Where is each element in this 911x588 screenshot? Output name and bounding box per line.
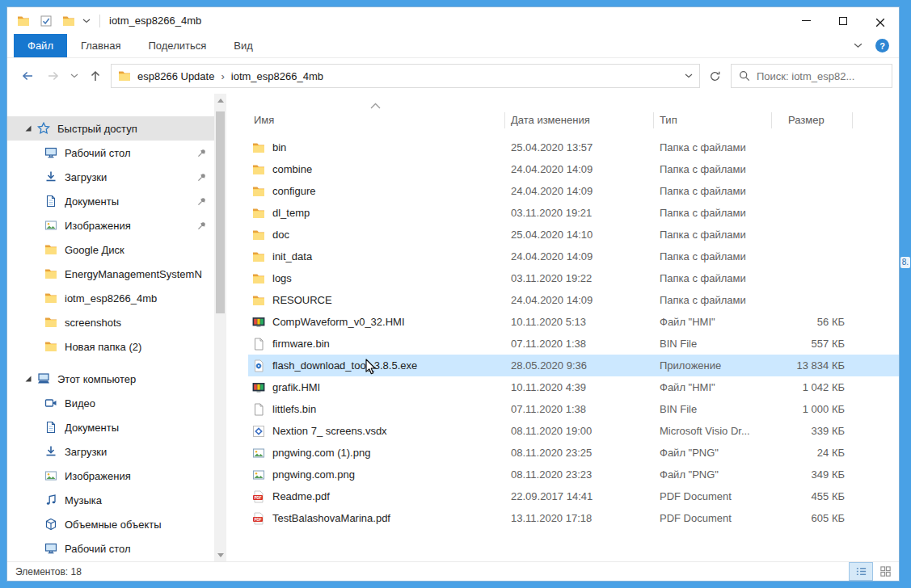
navigation-pane: Быстрый доступРабочий столЗагрузкиДокуме… (7, 94, 214, 561)
address-dropdown-icon[interactable] (685, 74, 693, 78)
sidebar-item[interactable]: Музыка (7, 488, 214, 512)
sidebar-item[interactable]: EnergyManagementSystemN (7, 262, 214, 286)
address-bar[interactable]: esp8266 Update›iotm_esp8266_4mb (111, 64, 700, 88)
file-name: Readme.pdf (272, 490, 330, 502)
file-row[interactable]: grafik.HMI10.11.2020 4:39Файл "HMI"1 042… (248, 376, 899, 398)
desktop-background: 8. iotm_esp8266_4mb ФайлГлавнаяПоделитьс… (0, 0, 911, 588)
expander-icon[interactable] (22, 122, 35, 135)
file-row[interactable]: doc25.04.2020 14:10Папка с файлами (248, 224, 899, 246)
scroll-up-icon[interactable] (214, 94, 226, 107)
file-name-cell: combine (248, 163, 505, 176)
gear-icon (252, 359, 265, 372)
file-row[interactable]: littlefs.bin07.11.2020 1:38BIN File1 000… (248, 398, 899, 420)
sidebar-item[interactable]: Изображения (7, 464, 214, 488)
file-row[interactable]: bin25.04.2020 13:57Папка с файлами (248, 136, 899, 158)
back-button[interactable] (15, 64, 40, 88)
sidebar-item-label: Загрузки (65, 446, 214, 458)
close-button[interactable] (862, 7, 899, 34)
file-name: RESOURCE (272, 294, 332, 306)
file-row[interactable]: logs03.11.2020 19:22Папка с файлами (248, 267, 899, 289)
breadcrumb-separator-icon[interactable]: › (214, 70, 230, 82)
scroll-down-icon[interactable] (214, 548, 226, 561)
file-row[interactable]: configure24.04.2020 14:09Папка с файлами (248, 180, 899, 202)
qat-dropdown-icon[interactable] (82, 19, 91, 23)
column-header-label: Размер (788, 114, 825, 126)
column-header-size[interactable]: Размер (772, 112, 853, 128)
sidebar-item[interactable]: Google Диск (7, 237, 214, 262)
sidebar-item-label: Быстрый доступ (57, 123, 214, 135)
sidebar-item[interactable]: Документы (7, 189, 214, 213)
file-row[interactable]: PDFReadme.pdf22.09.2017 14:41PDF Documen… (248, 485, 899, 507)
file-row[interactable]: firmware.bin07.11.2020 1:38BIN File557 К… (248, 333, 899, 355)
hmi-icon (252, 381, 265, 394)
file-size: 1 000 КБ (772, 403, 853, 415)
file-row[interactable]: init_data24.04.2020 14:09Папка с файлами (248, 246, 899, 267)
file-row[interactable]: PDFTestBalashovaMarina.pdf13.11.2020 17:… (248, 507, 899, 529)
sidebar-item[interactable]: Видео (7, 391, 214, 415)
file-row[interactable]: Nextion 7_ screens.vsdx08.11.2020 19:00M… (248, 420, 899, 442)
file-row[interactable]: CompWaveform_v0_32.HMI10.11.2020 5:13Фай… (248, 311, 899, 333)
sidebar-item[interactable]: Изображения (7, 213, 214, 237)
file-row[interactable]: dl_temp03.11.2020 19:21Папка с файлами (248, 202, 899, 224)
file-row[interactable]: RESOURCE24.04.2020 14:09Папка с файлами (248, 289, 899, 311)
file-type: Файл "PNG" (654, 447, 772, 459)
file-row[interactable]: combine24.04.2020 14:09Папка с файлами (248, 158, 899, 180)
column-header-type[interactable]: Тип (654, 112, 772, 128)
sidebar-item[interactable]: Загрузки (7, 439, 214, 464)
pdf-icon: PDF (252, 490, 265, 503)
sidebar-item-label: Музыка (65, 494, 214, 506)
ribbon-tab[interactable]: Главная (67, 34, 134, 57)
help-icon[interactable]: ? (875, 39, 889, 52)
sidebar-item[interactable]: Рабочий стол (7, 536, 214, 561)
search-input[interactable] (757, 70, 884, 82)
sidebar-item-label: Изображения (65, 470, 214, 482)
desktop-icon (44, 146, 57, 159)
file-type: Папка с файлами (654, 163, 772, 175)
sidebar-item[interactable]: Загрузки (7, 165, 214, 189)
breadcrumb: esp8266 Update›iotm_esp8266_4mb (137, 70, 323, 82)
history-dropdown-icon[interactable] (67, 64, 82, 88)
properties-check-icon[interactable] (40, 15, 53, 27)
sidebar-item[interactable]: Рабочий стол (7, 141, 214, 165)
folder-icon[interactable] (17, 15, 30, 27)
file-row[interactable]: pngwing.com.png08.11.2020 23:23Файл "PNG… (248, 464, 899, 485)
sidebar-item[interactable]: iotm_esp8266_4mb (7, 286, 214, 310)
refresh-button[interactable] (703, 65, 726, 87)
desktop-item-label: 8. (900, 257, 910, 268)
maximize-button[interactable] (825, 7, 862, 34)
minimize-icon (802, 20, 811, 21)
sidebar-scrollbar[interactable] (214, 94, 226, 561)
window-title: iotm_esp8266_4mb (109, 15, 201, 27)
ribbon-tab[interactable]: Поделиться (134, 34, 220, 57)
details-view-button[interactable] (849, 562, 873, 581)
sidebar-item-label: Документы (65, 195, 196, 208)
sidebar-item[interactable]: Новая папка (2) (7, 334, 214, 359)
ribbon-tab[interactable]: Вид (220, 34, 267, 57)
breadcrumb-segment[interactable]: iotm_esp8266_4mb (231, 70, 323, 82)
column-header-name[interactable]: Имя (248, 112, 505, 128)
sidebar-item[interactable]: Документы (7, 415, 214, 439)
file-name-cell: doc (248, 229, 505, 242)
file-row[interactable]: pngwing.com (1).png08.11.2020 23:25Файл … (248, 442, 899, 464)
icons-view-button[interactable] (873, 562, 897, 581)
scrollbar-thumb[interactable] (216, 111, 225, 313)
minimize-button[interactable] (787, 7, 825, 34)
forward-button[interactable] (41, 64, 65, 88)
file-date: 10.11.2020 4:39 (505, 381, 654, 393)
sidebar-item[interactable]: Объемные объекты (7, 512, 214, 536)
sidebar-item[interactable]: Быстрый доступ (7, 116, 214, 141)
file-row[interactable]: flash_download_tool_3.8.5.exe28.05.2020 … (248, 355, 899, 376)
sidebar-item[interactable]: Этот компьютер (7, 367, 214, 391)
file-name: flash_download_tool_3.8.5.exe (272, 359, 417, 372)
folder-icon[interactable] (62, 15, 75, 27)
pin-icon (196, 172, 207, 183)
up-button[interactable] (83, 64, 108, 88)
file-name-cell: logs (248, 272, 505, 285)
collapse-ribbon-icon[interactable] (854, 43, 862, 48)
breadcrumb-segment[interactable]: esp8266 Update (137, 70, 214, 82)
sidebar-item[interactable]: screenshots (7, 310, 214, 334)
ribbon-tab[interactable]: Файл (14, 34, 67, 57)
column-header-date[interactable]: Дата изменения (505, 112, 654, 128)
expander-icon[interactable] (22, 372, 35, 385)
folder-icon (252, 250, 265, 263)
